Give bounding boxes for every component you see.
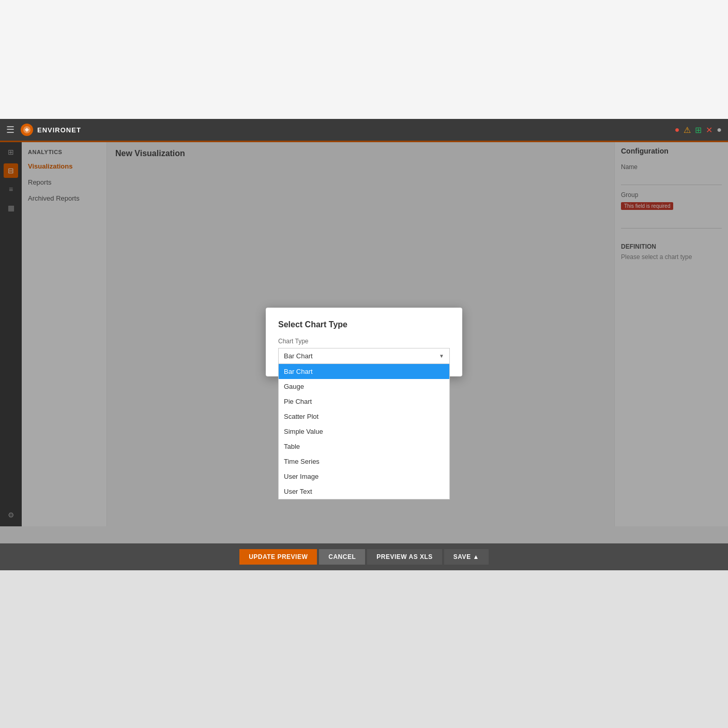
select-arrow-icon: ▼ — [439, 353, 444, 359]
cancel-button[interactable]: CANCEL — [319, 549, 365, 565]
close-header-icon[interactable]: ✕ — [706, 125, 712, 135]
chart-type-dropdown: Bar Chart Gauge Pie Chart Scatter Plot S… — [278, 364, 450, 499]
dropdown-item-pie-chart[interactable]: Pie Chart — [279, 394, 449, 409]
chart-type-select[interactable]: Bar Chart ▼ — [278, 348, 450, 364]
chart-type-select-wrapper: Bar Chart ▼ Bar Chart Gauge Pie Chart Sc… — [278, 348, 450, 364]
alert-icon[interactable]: ● — [675, 125, 680, 134]
bottom-toolbar: UPDATE PREVIEW CANCEL PREVIEW AS XLS SAV… — [0, 543, 728, 570]
dropdown-item-scatter-plot[interactable]: Scatter Plot — [279, 409, 449, 424]
bottom-area — [0, 570, 728, 728]
header-icons: ● ⚠ ⊞ ✕ ● — [675, 125, 722, 135]
dropdown-item-bar-chart[interactable]: Bar Chart — [279, 364, 449, 379]
network-icon[interactable]: ⊞ — [695, 125, 702, 135]
chart-type-selected-value: Bar Chart — [284, 352, 313, 360]
dropdown-item-user-image[interactable]: User Image — [279, 469, 449, 484]
modal-overlay: Select Chart Type Chart Type Bar Chart ▼… — [0, 141, 728, 543]
user-header-icon[interactable]: ● — [717, 125, 722, 134]
dropdown-item-user-text[interactable]: User Text — [279, 484, 449, 499]
app-title: ENVIRONET — [37, 126, 675, 134]
update-preview-button[interactable]: UPDATE PREVIEW — [239, 549, 317, 565]
app-logo — [21, 124, 33, 136]
hamburger-icon[interactable]: ☰ — [6, 124, 14, 135]
save-button[interactable]: SAVE ▲ — [444, 549, 489, 565]
dropdown-item-time-series[interactable]: Time Series — [279, 454, 449, 469]
preview-xls-button[interactable]: PREVIEW AS XLS — [367, 549, 442, 565]
chart-type-label: Chart Type — [278, 338, 450, 345]
modal-title: Select Chart Type — [278, 320, 450, 329]
modal-select-chart-type: Select Chart Type Chart Type Bar Chart ▼… — [266, 308, 462, 376]
dropdown-item-gauge[interactable]: Gauge — [279, 379, 449, 394]
warning-icon[interactable]: ⚠ — [684, 125, 691, 135]
dropdown-item-simple-value[interactable]: Simple Value — [279, 424, 449, 439]
dropdown-item-table[interactable]: Table — [279, 439, 449, 454]
top-header: ☰ ENVIRONET ● ⚠ ⊞ ✕ ● — [0, 119, 728, 141]
